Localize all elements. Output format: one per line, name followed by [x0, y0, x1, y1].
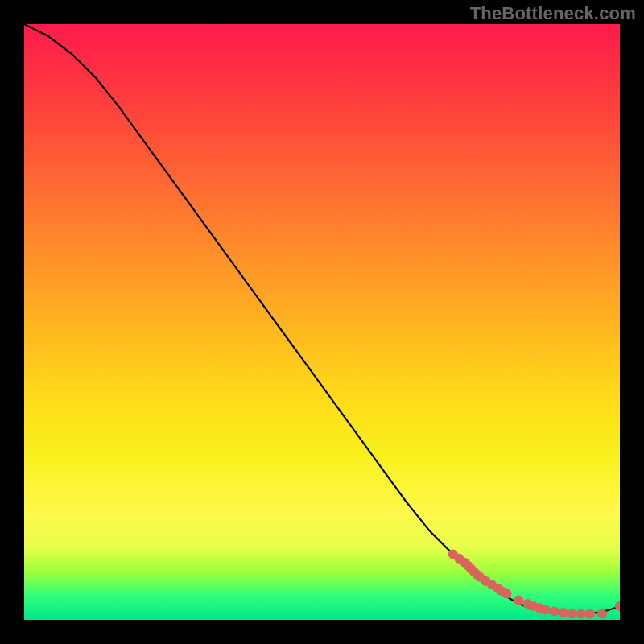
curve-layer: [24, 24, 620, 620]
data-marker: [550, 607, 559, 617]
data-marker: [576, 609, 586, 619]
data-markers: [448, 550, 620, 619]
data-marker: [568, 609, 577, 618]
data-marker: [541, 605, 551, 614]
data-marker: [559, 608, 568, 617]
chart-frame: TheBottleneck.com: [0, 0, 644, 644]
data-marker: [585, 609, 595, 619]
bottleneck-curve: [24, 24, 620, 614]
data-marker: [615, 601, 620, 611]
data-marker: [597, 609, 607, 618]
watermark-label: TheBottleneck.com: [470, 3, 636, 24]
data-marker: [514, 596, 523, 605]
data-marker: [502, 588, 511, 598]
